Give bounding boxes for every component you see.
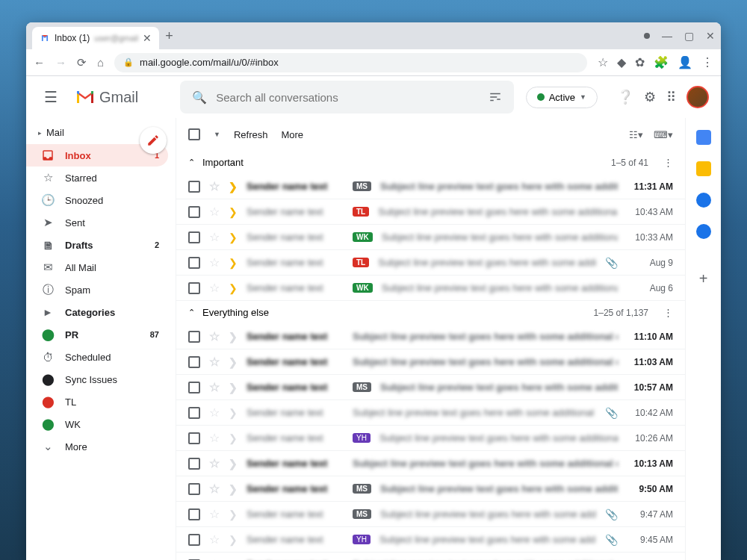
main-menu-button[interactable]: ☰ <box>38 82 63 112</box>
calendar-icon[interactable] <box>696 130 711 145</box>
star-icon[interactable]: ☆ <box>209 230 220 244</box>
importance-marker-icon[interactable]: ❯ <box>229 231 238 243</box>
email-row[interactable]: ☆ ❯ Sender name text MS Subject line pre… <box>176 502 685 527</box>
sidebar-item-all-mail[interactable]: ✉All Mail <box>26 256 168 279</box>
email-row[interactable]: ☆ ❯ Sender name text TL Subject line pre… <box>176 250 685 276</box>
sidebar-item-categories[interactable]: ▸Categories <box>26 301 168 323</box>
star-icon[interactable]: ☆ <box>209 380 220 394</box>
gmail-logo[interactable]: Gmail <box>75 89 138 106</box>
reload-button[interactable]: ⟳ <box>77 56 87 69</box>
email-checkbox[interactable] <box>188 407 200 419</box>
importance-marker-icon[interactable]: ❯ <box>229 331 238 343</box>
importance-marker-icon[interactable]: ❯ <box>229 483 238 495</box>
star-icon[interactable]: ☆ <box>209 355 220 369</box>
sidebar-item-sync-issues[interactable]: ⬤Sync Issues <box>26 368 168 391</box>
section-more-icon[interactable]: ⋮ <box>663 157 673 168</box>
star-icon[interactable]: ☆ <box>209 507 220 521</box>
sidebar-item-wk[interactable]: ⬤WK <box>26 413 168 435</box>
importance-marker-icon[interactable]: ❯ <box>229 356 238 368</box>
email-checkbox[interactable] <box>188 432 200 444</box>
email-row[interactable]: ☆ ❯ Sender name text YH Subject line pre… <box>176 527 685 553</box>
more-button[interactable]: More <box>281 129 303 140</box>
star-icon[interactable]: ☆ <box>209 281 220 295</box>
importance-marker-icon[interactable]: ❯ <box>229 282 238 294</box>
email-checkbox[interactable] <box>188 356 200 368</box>
ext-icon-1[interactable]: ◆ <box>617 55 626 69</box>
email-row[interactable]: ☆ ❯ Sender name text Subject line previe… <box>176 451 685 476</box>
email-checkbox[interactable] <box>188 458 200 470</box>
sidebar-item-sent[interactable]: ➤Sent <box>26 211 168 234</box>
importance-marker-icon[interactable]: ❯ <box>229 458 238 470</box>
star-icon[interactable]: ☆ <box>209 179 220 193</box>
new-tab-button[interactable]: + <box>165 28 173 44</box>
email-checkbox[interactable] <box>188 534 200 546</box>
sidebar-item-scheduled[interactable]: ⏱Scheduled <box>26 346 168 368</box>
email-checkbox[interactable] <box>188 181 200 193</box>
back-button[interactable]: ← <box>34 56 45 69</box>
home-button[interactable]: ⌂ <box>97 56 104 69</box>
sidebar-item-spam[interactable]: ⓘSpam <box>26 279 168 301</box>
section-more-icon[interactable]: ⋮ <box>663 307 673 318</box>
status-chip[interactable]: Active ▼ <box>526 87 598 108</box>
email-row[interactable]: ☆ ❯ Sender name text MS Subject line pre… <box>176 174 685 199</box>
refresh-button[interactable]: Refresh <box>234 129 268 140</box>
email-checkbox[interactable] <box>188 382 200 393</box>
settings-icon[interactable]: ⚙ <box>644 89 656 105</box>
maximize-button[interactable]: ▢ <box>684 30 694 42</box>
star-icon[interactable]: ☆ <box>209 255 220 270</box>
window-dot-icon[interactable] <box>644 33 650 39</box>
select-all-checkbox[interactable] <box>188 128 200 140</box>
star-icon[interactable]: ☆ <box>209 205 220 219</box>
email-checkbox[interactable] <box>188 508 200 520</box>
importance-marker-icon[interactable]: ❯ <box>229 181 238 193</box>
star-icon[interactable]: ☆ <box>209 482 220 496</box>
addons-button[interactable]: + <box>699 270 708 287</box>
forward-button[interactable]: → <box>55 56 66 69</box>
email-row[interactable]: ☆ ❯ Sender name text MS Subject line pre… <box>176 375 685 400</box>
star-icon[interactable]: ☆ <box>209 456 220 470</box>
email-checkbox[interactable] <box>188 231 200 243</box>
sidebar-item-tl[interactable]: ⬤TL <box>26 391 168 413</box>
importance-marker-icon[interactable]: ❯ <box>229 407 238 419</box>
close-window-button[interactable]: ✕ <box>706 30 715 42</box>
email-row[interactable]: ☆ ❯ Sender name text YH Subject line pre… <box>176 426 685 451</box>
email-row[interactable]: ☆ ❯ Sender name text TL Subject line pre… <box>176 199 685 225</box>
tab-close-icon[interactable]: ✕ <box>143 32 152 44</box>
importance-marker-icon[interactable]: ❯ <box>229 257 238 269</box>
density-toggle-icon[interactable]: ☷▾ <box>629 129 643 140</box>
email-checkbox[interactable] <box>188 257 200 269</box>
star-bookmark-icon[interactable]: ☆ <box>598 55 608 69</box>
star-icon[interactable]: ☆ <box>209 431 220 445</box>
select-dropdown-icon[interactable]: ▼ <box>214 131 220 138</box>
email-row[interactable]: ☆ ❯ Sender name text Subject line previe… <box>176 324 685 349</box>
support-icon[interactable]: ❔ <box>617 89 633 105</box>
star-icon[interactable]: ☆ <box>209 405 220 420</box>
importance-marker-icon[interactable]: ❯ <box>229 432 238 444</box>
importance-marker-icon[interactable]: ❯ <box>229 206 238 218</box>
email-checkbox[interactable] <box>188 483 200 495</box>
search-box[interactable]: 🔍 <box>180 81 513 113</box>
search-options-icon[interactable] <box>489 90 502 104</box>
tasks-icon[interactable] <box>696 193 711 208</box>
compose-button[interactable] <box>140 127 167 154</box>
sidebar-item-starred[interactable]: ☆Starred <box>26 167 168 189</box>
email-checkbox[interactable] <box>188 282 200 294</box>
section-caret-icon[interactable]: ⌃ <box>188 158 195 167</box>
keep-icon[interactable] <box>696 161 711 176</box>
email-row[interactable]: ☆ ❯ Sender name text WK Subject line pre… <box>176 276 685 301</box>
apps-icon[interactable]: ⠿ <box>666 89 676 105</box>
sidebar-item-snoozed[interactable]: 🕒Snoozed <box>26 189 168 211</box>
ext-icon-2[interactable]: ✿ <box>635 55 645 69</box>
input-tools-icon[interactable]: ⌨▾ <box>654 129 673 140</box>
browser-tab[interactable]: Inbox (1) user@gmail ✕ <box>32 27 159 49</box>
email-row[interactable]: ☆ ❯ Sender name text WK Subject line pre… <box>176 225 685 250</box>
email-row[interactable]: ☆ ❯ Sender name text Subject line previe… <box>176 553 685 560</box>
email-row[interactable]: ☆ ❯ Sender name text Subject line previe… <box>176 400 685 426</box>
email-row[interactable]: ☆ ❯ Sender name text MS Subject line pre… <box>176 476 685 502</box>
sidebar-item-more[interactable]: ⌄More <box>26 435 168 458</box>
email-row[interactable]: ☆ ❯ Sender name text Subject line previe… <box>176 349 685 375</box>
email-checkbox[interactable] <box>188 206 200 218</box>
search-input[interactable] <box>216 91 479 104</box>
section-caret-icon[interactable]: ⌃ <box>188 308 195 317</box>
sidebar-item-pr[interactable]: ⬤PR87 <box>26 323 168 346</box>
